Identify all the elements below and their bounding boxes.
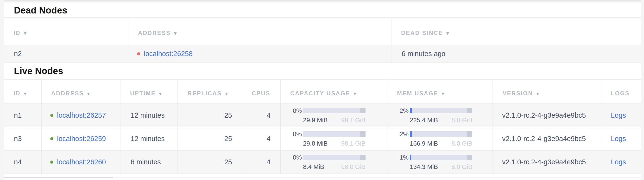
mem-used: 166.9 MiB	[410, 140, 438, 147]
column-header-uptime[interactable]: UPTIME▼	[120, 80, 178, 104]
dead-nodes-header-row: ID▼ ADDRESS▼ DEAD SINCE▼	[4, 18, 641, 45]
table-row: n2 localhost:26258 6 minutes ago	[4, 45, 641, 62]
mem-usage-bar	[410, 132, 472, 137]
live-nodes-header-row: ID▼ ADDRESS▼ UPTIME▼ REPLICAS▼ CPUS CAPA…	[4, 80, 641, 104]
column-header-label: DEAD SINCE	[401, 30, 443, 36]
column-header-label: ID	[14, 30, 20, 36]
mem-percent: 2%	[396, 130, 408, 138]
column-header-version[interactable]: VERSION▼	[493, 80, 601, 104]
top-divider-shadow	[4, 1, 641, 3]
table-row: n3 localhost:26259 12 minutes 25 4 0%	[4, 127, 641, 151]
mem-used: 134.3 MiB	[410, 163, 438, 170]
nodes-overview-panel: Dead Nodes ID▼ ADDRESS▼ DEAD SINCE▼ n2 l…	[4, 0, 641, 180]
live-status-dot-icon	[50, 160, 54, 164]
node-id: n1	[4, 104, 42, 127]
live-status-dot-icon	[50, 114, 54, 117]
node-address-link[interactable]: localhost:26259	[57, 135, 106, 143]
capacity-usage-cell: 0% 29.9 MiB 98.1 GiB	[289, 107, 387, 124]
column-header-address[interactable]: ADDRESS▼	[42, 80, 120, 104]
node-cpus: 4	[242, 151, 281, 174]
node-id: n4	[4, 151, 42, 174]
dead-status-dot-icon	[137, 52, 140, 55]
mem-used: 225.4 MiB	[410, 116, 438, 124]
table-row: n4 localhost:26260 6 minutes 25 4 0%	[4, 151, 641, 174]
column-header-label: CAPACITY USAGE	[290, 90, 350, 96]
column-header-id[interactable]: ID▼	[4, 18, 128, 45]
table-row: n1 localhost:26257 12 minutes 25 4 0%	[4, 104, 641, 127]
mem-total: 8.0 GiB	[452, 140, 472, 147]
capacity-usage-cell: 0% 29.8 MiB 98.1 GiB	[289, 130, 387, 147]
capacity-percent: 0%	[289, 130, 302, 138]
capacity-used: 29.9 MiB	[303, 116, 328, 124]
column-header-label: LOGS	[611, 90, 630, 96]
capacity-total: 98.0 GiB	[341, 163, 366, 170]
column-header-label: CPUS	[252, 90, 270, 96]
horizontal-scrollbar	[4, 177, 641, 178]
sort-arrow-icon: ▼	[224, 91, 229, 96]
column-header-dead-since[interactable]: DEAD SINCE▼	[392, 18, 641, 45]
mem-usage-cell: 2% 166.9 MiB 8.0 GiB	[396, 130, 492, 147]
node-replicas: 25	[178, 151, 242, 174]
mem-usage-fill	[410, 155, 411, 160]
node-replicas: 25	[178, 104, 242, 127]
horizontal-scrollbar-thumb[interactable]	[4, 177, 113, 178]
node-version: v2.1.0-rc.2-4-g3e9a4e9bc5	[493, 151, 601, 174]
sort-arrow-icon: ▼	[23, 91, 28, 96]
mem-total: 8.0 GiB	[452, 163, 472, 170]
column-header-id[interactable]: ID▼	[4, 80, 42, 104]
capacity-used: 8.4 MiB	[303, 163, 324, 170]
mem-usage-bar	[410, 155, 472, 160]
column-header-replicas[interactable]: REPLICAS▼	[178, 80, 242, 104]
sort-arrow-icon: ▼	[23, 31, 28, 36]
mem-total: 8.0 GiB	[452, 116, 472, 124]
column-header-label: VERSION	[502, 90, 533, 96]
mem-usage-bar	[410, 108, 472, 113]
column-header-capacity-usage[interactable]: CAPACITY USAGE▼	[281, 80, 388, 104]
sort-arrow-icon: ▼	[535, 91, 540, 96]
sort-arrow-icon: ▼	[86, 91, 91, 96]
node-address-link[interactable]: localhost:26257	[57, 112, 106, 119]
column-header-logs: LOGS	[601, 80, 641, 104]
node-address-link[interactable]: localhost:26258	[144, 50, 192, 58]
sort-arrow-icon: ▼	[445, 31, 450, 36]
live-nodes-title: Live Nodes	[4, 62, 641, 80]
node-cpus: 4	[242, 127, 281, 151]
column-header-cpus: CPUS	[242, 80, 281, 104]
node-uptime: 12 minutes	[120, 104, 178, 127]
column-header-label: ID	[14, 90, 20, 96]
column-header-label: ADDRESS	[138, 30, 171, 36]
node-version: v2.1.0-rc.2-4-g3e9a4e9bc5	[493, 104, 601, 127]
mem-percent: 1%	[396, 154, 408, 161]
node-cpus: 4	[242, 104, 281, 127]
node-id: n2	[4, 45, 128, 62]
mem-usage-cell: 2% 225.4 MiB 8.0 GiB	[396, 107, 492, 124]
column-header-mem-usage[interactable]: MEM USAGE▼	[388, 80, 493, 104]
node-uptime: 12 minutes	[120, 127, 178, 151]
logs-link[interactable]: Logs	[611, 112, 626, 119]
node-uptime: 6 minutes	[120, 151, 178, 174]
sort-arrow-icon: ▼	[173, 31, 178, 36]
dead-since-value: 6 minutes ago	[392, 45, 641, 62]
capacity-percent: 0%	[289, 107, 302, 114]
column-header-label: MEM USAGE	[397, 90, 438, 96]
column-header-label: ADDRESS	[51, 90, 84, 96]
node-version: v2.1.0-rc.2-4-g3e9a4e9bc5	[493, 127, 601, 151]
logs-link[interactable]: Logs	[611, 158, 626, 166]
capacity-usage-bar	[303, 132, 366, 137]
dead-nodes-table: ID▼ ADDRESS▼ DEAD SINCE▼ n2 localhost:26…	[4, 18, 641, 62]
dead-nodes-title: Dead Nodes	[4, 3, 641, 18]
logs-link[interactable]: Logs	[611, 135, 626, 142]
sort-arrow-icon: ▼	[352, 91, 357, 96]
mem-usage-cell: 1% 134.3 MiB 8.0 GiB	[396, 154, 492, 170]
capacity-usage-bar	[303, 155, 366, 160]
mem-usage-fill	[410, 132, 412, 137]
capacity-total: 98.1 GiB	[341, 140, 366, 147]
column-header-label: REPLICAS	[188, 90, 222, 96]
capacity-used: 29.8 MiB	[303, 140, 328, 147]
sort-arrow-icon: ▼	[440, 91, 445, 96]
node-address-link[interactable]: localhost:26260	[57, 158, 106, 166]
column-header-label: UPTIME	[130, 90, 156, 96]
column-header-address[interactable]: ADDRESS▼	[128, 18, 392, 45]
capacity-usage-cell: 0% 8.4 MiB 98.0 GiB	[289, 154, 387, 170]
capacity-total: 98.1 GiB	[341, 116, 366, 124]
